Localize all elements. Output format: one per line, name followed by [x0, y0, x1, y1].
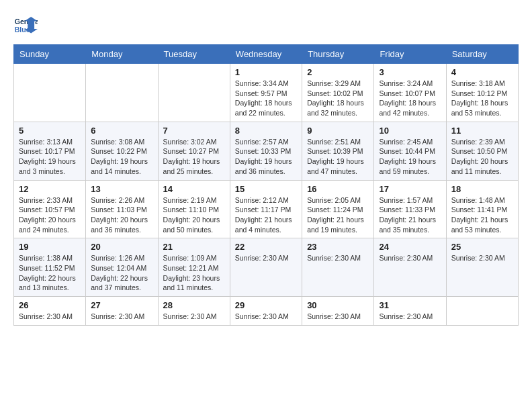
header-saturday: Saturday: [446, 45, 518, 64]
day-number: 12: [19, 184, 81, 194]
week-row-2: 5Sunrise: 3:13 AMSunset: 10:17 PMDayligh…: [14, 122, 519, 180]
day-number: 17: [379, 184, 441, 194]
day-info: Sunrise: 1:26 AMSunset: 12:04 AMDaylight…: [91, 253, 152, 293]
day-number: 6: [91, 126, 152, 136]
day-info: Sunrise: 2:30 AM: [91, 312, 152, 322]
header-monday: Monday: [86, 45, 158, 64]
day-info: Sunrise: 2:26 AMSunset: 11:03 PMDaylight…: [91, 195, 152, 235]
day-cell: 25Sunrise: 2:30 AM: [446, 238, 518, 297]
day-cell: [446, 297, 518, 326]
page-header: General Blue: [13, 13, 519, 38]
day-number: 20: [91, 242, 152, 252]
day-number: 11: [451, 126, 513, 136]
day-cell: 23Sunrise: 2:30 AM: [302, 238, 374, 297]
header-wednesday: Wednesday: [230, 45, 302, 64]
day-cell: 20Sunrise: 1:26 AMSunset: 12:04 AMDaylig…: [86, 238, 158, 297]
day-cell: 12Sunrise: 2:33 AMSunset: 10:57 PMDaylig…: [14, 180, 86, 238]
day-cell: 22Sunrise: 2:30 AM: [230, 238, 302, 297]
day-cell: 18Sunrise: 1:48 AMSunset: 11:41 PMDaylig…: [446, 180, 518, 238]
day-cell: 31Sunrise: 2:30 AM: [374, 297, 446, 326]
day-cell: 21Sunrise: 1:09 AMSunset: 12:21 AMDaylig…: [158, 238, 230, 297]
day-number: 22: [235, 242, 297, 252]
day-info: Sunrise: 1:38 AMSunset: 11:52 PMDaylight…: [19, 253, 81, 293]
day-cell: 9Sunrise: 2:51 AMSunset: 10:39 PMDayligh…: [302, 122, 374, 180]
day-info: Sunrise: 2:30 AM: [19, 312, 81, 322]
day-info: Sunrise: 3:34 AMSunset: 9:57 PMDaylight:…: [235, 79, 297, 118]
day-info: Sunrise: 1:57 AMSunset: 11:33 PMDaylight…: [379, 195, 441, 235]
day-info: Sunrise: 2:30 AM: [307, 312, 369, 322]
header-friday: Friday: [374, 45, 446, 64]
week-row-1: 1Sunrise: 3:34 AMSunset: 9:57 PMDaylight…: [14, 64, 519, 122]
week-row-4: 19Sunrise: 1:38 AMSunset: 11:52 PMDaylig…: [14, 238, 519, 297]
day-info: Sunrise: 2:33 AMSunset: 10:57 PMDaylight…: [19, 195, 81, 235]
week-row-3: 12Sunrise: 2:33 AMSunset: 10:57 PMDaylig…: [14, 180, 519, 238]
day-info: Sunrise: 2:57 AMSunset: 10:33 PMDaylight…: [235, 137, 297, 177]
day-cell: 27Sunrise: 2:30 AM: [86, 297, 158, 326]
day-info: Sunrise: 3:29 AMSunset: 10:02 PMDaylight…: [307, 79, 369, 118]
day-number: 7: [163, 126, 225, 136]
header-tuesday: Tuesday: [158, 45, 230, 64]
day-number: 3: [379, 67, 441, 77]
day-number: 14: [163, 184, 225, 194]
day-number: 15: [235, 184, 297, 194]
day-info: Sunrise: 3:18 AMSunset: 10:12 PMDaylight…: [451, 79, 513, 118]
day-cell: 7Sunrise: 3:02 AMSunset: 10:27 PMDayligh…: [158, 122, 230, 180]
day-number: 21: [163, 242, 225, 252]
day-cell: 13Sunrise: 2:26 AMSunset: 11:03 PMDaylig…: [86, 180, 158, 238]
day-cell: 24Sunrise: 2:30 AM: [374, 238, 446, 297]
day-info: Sunrise: 1:48 AMSunset: 11:41 PMDaylight…: [451, 195, 513, 235]
logo: General Blue: [13, 13, 43, 38]
logo-icon: General Blue: [13, 13, 38, 38]
day-cell: [158, 64, 230, 122]
day-number: 31: [379, 300, 441, 310]
day-info: Sunrise: 2:30 AM: [163, 312, 225, 322]
day-cell: 3Sunrise: 3:24 AMSunset: 10:07 PMDayligh…: [374, 64, 446, 122]
day-cell: 15Sunrise: 2:12 AMSunset: 11:17 PMDaylig…: [230, 180, 302, 238]
day-cell: 1Sunrise: 3:34 AMSunset: 9:57 PMDaylight…: [230, 64, 302, 122]
day-cell: 19Sunrise: 1:38 AMSunset: 11:52 PMDaylig…: [14, 238, 86, 297]
day-info: Sunrise: 2:30 AM: [235, 312, 297, 322]
day-info: Sunrise: 2:30 AM: [451, 253, 513, 263]
day-number: 9: [307, 126, 369, 136]
day-info: Sunrise: 2:30 AM: [379, 312, 441, 322]
day-number: 29: [235, 300, 297, 310]
header-sunday: Sunday: [14, 45, 86, 64]
day-number: 8: [235, 126, 297, 136]
day-cell: 29Sunrise: 2:30 AM: [230, 297, 302, 326]
day-cell: 6Sunrise: 3:08 AMSunset: 10:22 PMDayligh…: [86, 122, 158, 180]
day-cell: 2Sunrise: 3:29 AMSunset: 10:02 PMDayligh…: [302, 64, 374, 122]
day-cell: 10Sunrise: 2:45 AMSunset: 10:44 PMDaylig…: [374, 122, 446, 180]
day-number: 25: [451, 242, 513, 252]
day-info: Sunrise: 2:30 AM: [307, 253, 369, 263]
day-number: 4: [451, 67, 513, 77]
day-cell: 28Sunrise: 2:30 AM: [158, 297, 230, 326]
day-number: 19: [19, 242, 81, 252]
day-info: Sunrise: 3:08 AMSunset: 10:22 PMDaylight…: [91, 137, 152, 177]
day-info: Sunrise: 2:19 AMSunset: 11:10 PMDaylight…: [163, 195, 225, 235]
day-cell: 30Sunrise: 2:30 AM: [302, 297, 374, 326]
day-info: Sunrise: 2:30 AM: [379, 253, 441, 263]
day-cell: [14, 64, 86, 122]
day-info: Sunrise: 3:24 AMSunset: 10:07 PMDaylight…: [379, 79, 441, 118]
day-number: 1: [235, 67, 297, 77]
day-info: Sunrise: 2:05 AMSunset: 11:24 PMDaylight…: [307, 195, 369, 235]
day-info: Sunrise: 3:02 AMSunset: 10:27 PMDaylight…: [163, 137, 225, 177]
day-cell: 14Sunrise: 2:19 AMSunset: 11:10 PMDaylig…: [158, 180, 230, 238]
day-info: Sunrise: 1:09 AMSunset: 12:21 AMDaylight…: [163, 253, 225, 293]
day-info: Sunrise: 2:12 AMSunset: 11:17 PMDaylight…: [235, 195, 297, 235]
day-number: 27: [91, 300, 152, 310]
day-info: Sunrise: 2:45 AMSunset: 10:44 PMDaylight…: [379, 137, 441, 177]
day-info: Sunrise: 3:13 AMSunset: 10:17 PMDaylight…: [19, 137, 81, 177]
day-number: 23: [307, 242, 369, 252]
day-cell: 4Sunrise: 3:18 AMSunset: 10:12 PMDayligh…: [446, 64, 518, 122]
day-cell: 16Sunrise: 2:05 AMSunset: 11:24 PMDaylig…: [302, 180, 374, 238]
day-info: Sunrise: 2:51 AMSunset: 10:39 PMDaylight…: [307, 137, 369, 177]
day-number: 16: [307, 184, 369, 194]
day-number: 26: [19, 300, 81, 310]
day-number: 10: [379, 126, 441, 136]
day-number: 5: [19, 126, 81, 136]
day-number: 13: [91, 184, 152, 194]
header-thursday: Thursday: [302, 45, 374, 64]
day-number: 18: [451, 184, 513, 194]
day-info: Sunrise: 2:30 AM: [235, 253, 297, 263]
